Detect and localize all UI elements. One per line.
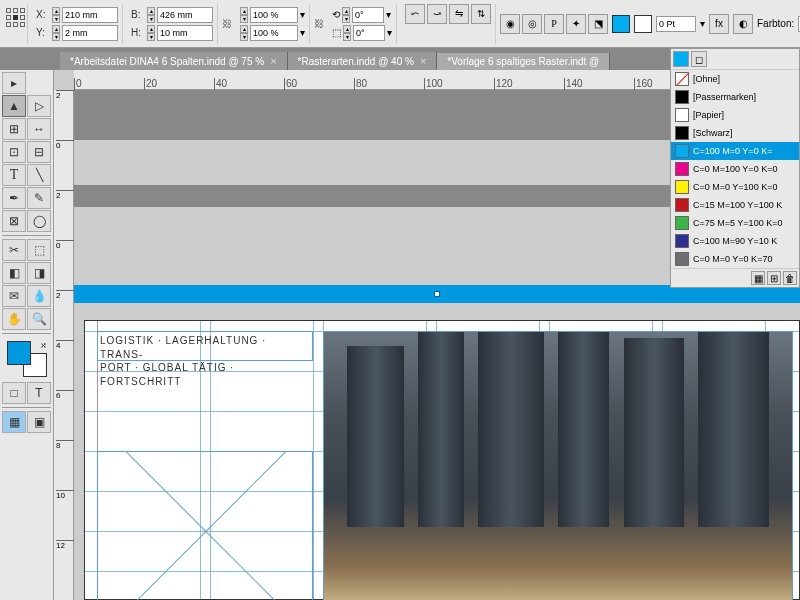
gap-tool[interactable]: ↔	[27, 118, 51, 140]
new-swatch-icon[interactable]: ⊞	[767, 271, 781, 285]
stroke-toggle-icon[interactable]: ◻	[691, 51, 707, 67]
dropdown-icon[interactable]: ▾	[300, 9, 305, 20]
close-icon[interactable]: ×	[420, 55, 426, 67]
corner-icon[interactable]: ⬔	[588, 14, 608, 34]
swatch-row[interactable]: C=0 M=100 Y=0 K=0	[671, 160, 799, 178]
link-wh-icon[interactable]: ⛓	[222, 8, 232, 40]
swatch-color-chip	[675, 90, 689, 104]
select-container-icon[interactable]: ◉	[500, 14, 520, 34]
swatch-name: [Passermarken]	[693, 92, 795, 102]
rotate-cw-icon[interactable]: ⤻	[427, 4, 447, 24]
swatch-color-chip	[675, 198, 689, 212]
image-frame[interactable]	[323, 331, 793, 600]
paragraph-icon[interactable]: P	[544, 14, 564, 34]
doc-tab[interactable]: *Arbeitsdatei DINA4 6 Spalten.indd @ 75 …	[60, 52, 288, 70]
dropdown-icon[interactable]: ▾	[300, 27, 305, 38]
rotate-icon: ⟲	[332, 9, 340, 20]
selection-tool[interactable]: ▲	[2, 95, 26, 117]
ellipse-tool[interactable]: ◯	[27, 210, 51, 232]
scissors-tool[interactable]: ✂	[2, 239, 26, 261]
view-mode-normal[interactable]: ▦	[2, 411, 26, 433]
w-down[interactable]: ▾	[147, 15, 155, 23]
delete-swatch-icon[interactable]: 🗑	[783, 271, 797, 285]
x-down[interactable]: ▾	[52, 15, 60, 23]
shear-input[interactable]	[353, 25, 385, 41]
ruler-vertical[interactable]: 202024681012	[54, 90, 74, 600]
h-down[interactable]: ▾	[147, 33, 155, 41]
ref-point-picker[interactable]	[4, 4, 28, 44]
x-input[interactable]	[62, 7, 118, 23]
h-label: H:	[131, 27, 145, 38]
rotate-input[interactable]	[352, 7, 384, 23]
gradient-feather-tool[interactable]: ◨	[27, 262, 51, 284]
direct-selection-tool[interactable]: ▷	[27, 95, 51, 117]
select-content-icon[interactable]: ◎	[522, 14, 542, 34]
swatch-name: C=15 M=100 Y=100 K	[693, 200, 795, 210]
fx-icon[interactable]: fx	[709, 14, 729, 34]
h-input[interactable]	[157, 25, 213, 41]
doc-tab[interactable]: *Rasterarten.indd @ 40 %×	[288, 52, 438, 70]
scale-y-input[interactable]	[250, 25, 298, 41]
menu-icon[interactable]: ▸	[2, 72, 26, 94]
zoom-tool[interactable]: 🔍	[27, 308, 51, 330]
swap-icon[interactable]: ⤭	[40, 341, 47, 350]
fill-stroke-control[interactable]: ⤭	[7, 341, 47, 377]
swatch-row[interactable]: C=100 M=0 Y=0 K=	[671, 142, 799, 160]
stroke-weight-input[interactable]	[656, 16, 696, 32]
content-collector-tool[interactable]: ⊡	[2, 141, 26, 163]
note-tool[interactable]: ✉	[2, 285, 26, 307]
line-tool[interactable]: ╲	[27, 164, 51, 186]
rotate-ccw-icon[interactable]: ⤺	[405, 4, 425, 24]
w-input[interactable]	[157, 7, 213, 23]
opacity-icon[interactable]: ◐	[733, 14, 753, 34]
sy-down[interactable]: ▾	[240, 33, 248, 41]
hand-tool[interactable]: ✋	[2, 308, 26, 330]
swatch-row[interactable]: [Papier]	[671, 106, 799, 124]
flip-h-icon[interactable]: ⇋	[449, 4, 469, 24]
fill-swatch[interactable]	[7, 341, 31, 365]
text-frame[interactable]: LOGISTIK · LAGERHALTUNG · TRANS- PORT · …	[97, 331, 313, 361]
apply-container-icon[interactable]: □	[2, 382, 26, 404]
content-placer-tool[interactable]: ⊟	[27, 141, 51, 163]
type-tool[interactable]: T	[2, 164, 26, 186]
close-icon[interactable]: ×	[270, 55, 276, 67]
x-up[interactable]: ▴	[52, 7, 60, 15]
sx-up[interactable]: ▴	[240, 7, 248, 15]
wrap-icon[interactable]: ✦	[566, 14, 586, 34]
swatch-row[interactable]: C=0 M=0 Y=0 K=70	[671, 250, 799, 268]
swatch-row[interactable]: C=75 M=5 Y=100 K=0	[671, 214, 799, 232]
apply-text-icon[interactable]: T	[27, 382, 51, 404]
swatch-row[interactable]: [Ohne]	[671, 70, 799, 88]
pen-tool[interactable]: ✒	[2, 187, 26, 209]
y-down[interactable]: ▾	[52, 33, 60, 41]
x-label: X:	[36, 9, 50, 20]
doc-tab[interactable]: *Vorlage 6 spaltiges Raster.indt @	[437, 53, 610, 70]
eyedropper-tool[interactable]: 💧	[27, 285, 51, 307]
link-scale-icon[interactable]: ⛓	[314, 8, 324, 40]
show-color-swatches-icon[interactable]: ▦	[751, 271, 765, 285]
stroke-color-chip[interactable]	[634, 15, 652, 33]
h-up[interactable]: ▴	[147, 25, 155, 33]
fill-toggle-icon[interactable]	[673, 51, 689, 67]
rectangle-frame-tool[interactable]: ⊠	[2, 210, 26, 232]
fill-color-chip[interactable]	[612, 15, 630, 33]
gradient-swatch-tool[interactable]: ◧	[2, 262, 26, 284]
y-up[interactable]: ▴	[52, 25, 60, 33]
free-transform-tool[interactable]: ⬚	[27, 239, 51, 261]
view-mode-preview[interactable]: ▣	[27, 411, 51, 433]
swatch-row[interactable]: [Passermarken]	[671, 88, 799, 106]
empty-frame[interactable]	[97, 451, 313, 600]
page-tool[interactable]: ⊞	[2, 118, 26, 140]
flip-v-icon[interactable]: ⇅	[471, 4, 491, 24]
swatch-row[interactable]: C=0 M=0 Y=100 K=0	[671, 178, 799, 196]
pencil-tool[interactable]: ✎	[27, 187, 51, 209]
swatch-name: C=0 M=0 Y=0 K=70	[693, 254, 795, 264]
swatch-row[interactable]: [Schwarz]	[671, 124, 799, 142]
y-input[interactable]	[62, 25, 118, 41]
sy-up[interactable]: ▴	[240, 25, 248, 33]
scale-x-input[interactable]	[250, 7, 298, 23]
swatch-row[interactable]: C=100 M=90 Y=10 K	[671, 232, 799, 250]
swatch-row[interactable]: C=15 M=100 Y=100 K	[671, 196, 799, 214]
w-up[interactable]: ▴	[147, 7, 155, 15]
sx-down[interactable]: ▾	[240, 15, 248, 23]
